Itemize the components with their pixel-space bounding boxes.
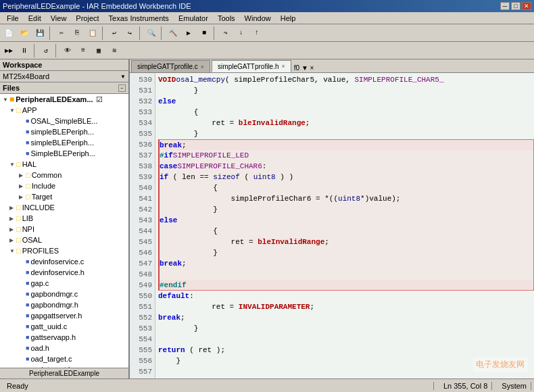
code-line-555[interactable]: return ( ret );	[158, 345, 534, 356]
stop-button[interactable]: ■	[197, 26, 212, 40]
code-line-542[interactable]: }	[158, 204, 534, 215]
code-line-544[interactable]: {	[158, 226, 534, 237]
minimize-button[interactable]: ─	[500, 2, 510, 10]
tree-oad-h[interactable]: ■ oad.h	[0, 343, 128, 353]
tree-sble1[interactable]: ■ simpleBLEPeriph...	[0, 126, 128, 137]
code-line-534[interactable]: ret = bleInvalidRange;	[158, 118, 534, 128]
tree-gatt-c[interactable]: ■ gatt_uuid.c	[0, 321, 128, 332]
sble1-label: simpleBLEPeriph...	[30, 128, 94, 136]
code-line-548[interactable]	[158, 269, 534, 280]
menu-edit[interactable]: Edit	[24, 14, 45, 23]
tree-osal[interactable]: ■ OSAL_SimpleBLE...	[0, 116, 128, 126]
tree-gapbond-h[interactable]: ■ gapbondmgr.h	[0, 299, 128, 310]
tree-lib[interactable]: ▶ □ LIB	[0, 213, 128, 224]
sidebar-collapse-icon[interactable]: −	[118, 84, 126, 92]
tree-root[interactable]: ▼ ■ PeripheralLEDExam... ☑	[0, 94, 128, 105]
code-line-554[interactable]	[158, 334, 534, 345]
tab-sgattprofile-h[interactable]: simpleGATTprofile.h ×	[212, 60, 291, 72]
code-line-535[interactable]: }	[158, 128, 534, 139]
close-button[interactable]: ✕	[522, 2, 531, 10]
redo-button[interactable]: ↪	[122, 26, 137, 40]
code-line-537[interactable]: #if SIMPLEPROFILE_LED	[158, 150, 534, 161]
menu-file[interactable]: File	[3, 14, 23, 23]
code-line-539[interactable]: if ( len == sizeof ( uint8 ) )	[158, 172, 534, 182]
code-line-558[interactable]: /***************************************…	[158, 377, 534, 378]
code-line-543[interactable]: else	[158, 215, 534, 226]
find-button[interactable]: 🔍	[144, 26, 159, 40]
new-button[interactable]: 📄	[1, 26, 16, 40]
menu-window[interactable]: Window	[241, 14, 275, 23]
menu-tools[interactable]: Tools	[214, 14, 239, 23]
tree-osal2[interactable]: ▶ □ OSAL	[0, 235, 128, 245]
hal-folder-icon: □	[16, 160, 21, 168]
undo-button[interactable]: ↩	[107, 26, 122, 40]
register-button[interactable]: ≡	[76, 44, 91, 57]
tree-include2[interactable]: ▶ □ INCLUDE	[0, 202, 128, 213]
run-button[interactable]: ▶▶	[1, 44, 16, 57]
build-button[interactable]: 🔨	[166, 26, 180, 40]
code-line-550[interactable]: default:	[158, 291, 534, 301]
tree-include[interactable]: ▶ □ Include	[0, 180, 128, 191]
tab-sgattprofile-c[interactable]: simpleGATTprofile.c ×	[131, 60, 210, 72]
toolbar-sep-5	[214, 26, 216, 40]
memory-button[interactable]: ▦	[91, 44, 106, 57]
code-line-541[interactable]: simpleProfileChar6 = *((uint8*)value);	[158, 193, 534, 204]
code-line-531[interactable]: }	[158, 85, 534, 96]
menu-project[interactable]: Project	[72, 14, 103, 23]
code-line-546[interactable]: }	[158, 247, 534, 258]
reset-button[interactable]: ↺	[39, 44, 53, 57]
copy-button[interactable]: ⎘	[70, 26, 84, 40]
tree-devinfo-h[interactable]: ■ devinfoservice.h	[0, 267, 128, 278]
files-header: Files −	[0, 82, 128, 94]
lib-label: LIB	[22, 214, 34, 222]
tree-gattapp-h[interactable]: ■ gattservapp.h	[0, 332, 128, 343]
disasm-button[interactable]: ≋	[107, 44, 122, 57]
tree-gapbond-c[interactable]: ■ gapbondmgr.c	[0, 289, 128, 299]
board-dropdown-icon[interactable]: ▼	[120, 74, 126, 80]
board-selector[interactable]: MT25x4Board ▼	[0, 71, 128, 82]
code-content[interactable]: VOID osal_memcpy( simpleProfileChar5, va…	[155, 73, 534, 378]
tree-common[interactable]: ▶ □ Common	[0, 170, 128, 180]
break-button[interactable]: ⏸	[17, 44, 32, 57]
menu-emulator[interactable]: Emulator	[174, 14, 212, 23]
step-into-button[interactable]: ↓	[234, 26, 249, 40]
tree-sble2[interactable]: ■ simpleBLEPeriph...	[0, 137, 128, 148]
tree-npi[interactable]: ▶ □ NPI	[0, 224, 128, 235]
cut-button[interactable]: ✂	[54, 26, 69, 40]
tree-hal[interactable]: ▼ □ HAL	[0, 159, 128, 170]
maximize-button[interactable]: □	[511, 2, 520, 10]
code-line-532[interactable]: else	[158, 96, 534, 107]
save-button[interactable]: 💾	[32, 26, 47, 40]
watch-button[interactable]: 👁	[60, 44, 75, 57]
tree-profiles[interactable]: ▼ □ PROFILES	[0, 245, 128, 256]
code-line-551[interactable]: ret = INVALIDPARAMETER;	[158, 301, 534, 312]
tab-close-h[interactable]: ×	[282, 63, 285, 70]
code-line-553[interactable]: }	[158, 323, 534, 334]
code-line-549[interactable]: #endif	[158, 280, 534, 291]
menu-help[interactable]: Help	[276, 14, 300, 23]
tree-gap-c[interactable]: ■ gap.c	[0, 278, 128, 289]
code-line-533[interactable]: {	[158, 107, 534, 118]
step-over-button[interactable]: ↷	[218, 26, 233, 40]
debug-button[interactable]: ▶	[181, 26, 196, 40]
toolbar-sep-3	[139, 26, 142, 40]
paste-button[interactable]: 📋	[85, 26, 100, 40]
tab-close-c[interactable]: ×	[201, 64, 204, 70]
tree-app[interactable]: ▼ □ APP	[0, 105, 128, 116]
code-line-536[interactable]: break;	[158, 139, 534, 150]
code-line-552[interactable]: break;	[158, 312, 534, 323]
menu-view[interactable]: View	[47, 14, 71, 23]
tree-target[interactable]: ▶ □ Target	[0, 191, 128, 202]
open-button[interactable]: 📂	[17, 26, 32, 40]
menu-ti[interactable]: Texas Instruments	[105, 14, 173, 23]
code-line-538[interactable]: case SIMPLEPROFILE_CHAR6:	[158, 161, 534, 172]
code-line-530[interactable]: VOID osal_memcpy( simpleProfileChar5, va…	[158, 74, 534, 85]
code-line-545[interactable]: ret = bleInvalidRange;	[158, 237, 534, 247]
tree-sble3[interactable]: ■ SimpleBLEPeriph...	[0, 148, 128, 159]
tree-oadtarget-c[interactable]: ■ oad_target.c	[0, 353, 128, 364]
tree-devinfo-c[interactable]: ■ devinfoservice.c	[0, 256, 128, 267]
code-line-540[interactable]: {	[158, 182, 534, 193]
code-line-547[interactable]: break;	[158, 258, 534, 269]
tree-gapgatt-h[interactable]: ■ gapgattserver.h	[0, 310, 128, 321]
step-out-button[interactable]: ↑	[249, 26, 264, 40]
